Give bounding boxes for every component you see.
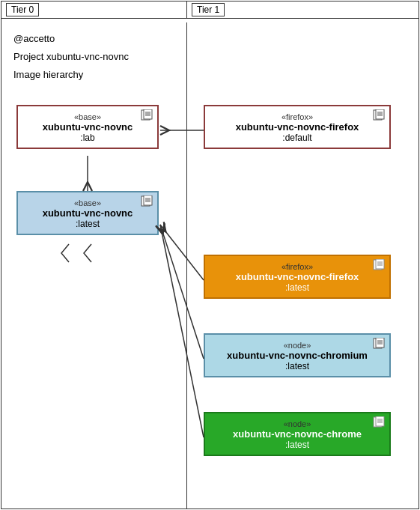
box-base-latest: «base» xubuntu-vnc-novnc :latest [16,191,159,235]
box5-tag: :latest [213,361,382,371]
box4-stereotype: «firefox» [213,262,382,271]
box-firefox-default: «firefox» xubuntu-vnc-novnc-firefox :def… [204,105,391,149]
box4-tag: :latest [213,282,382,293]
box-chromium-latest: «node» xubuntu-vnc-novnc-chromium :lates… [204,333,391,377]
tier-1-label: Tier 1 [192,3,225,16]
box2-tag: :latest [25,219,150,229]
arrow-indicator-right [84,244,91,262]
tier-headers: Tier 0 Tier 1 [1,1,419,19]
box1-stereotype: «base» [25,112,150,121]
box6-stereotype: «node» [213,419,382,428]
box-base-lab: «base» xubuntu-vnc-novnc :lab [16,105,159,149]
box-chrome-latest: «node» xubuntu-vnc-novnc-chrome :latest [204,412,391,456]
label-accetto: @accetto [13,33,55,44]
box5-icon [373,338,386,350]
box4-icon [373,259,386,271]
tier-1-header: Tier 1 [187,1,419,19]
box3-tag: :default [213,133,382,143]
box6-icon [373,416,386,428]
tier-divider [186,22,187,509]
box2-stereotype: «base» [25,198,150,207]
diagram-container: Tier 0 Tier 1 @accetto Project xubuntu-v… [1,1,419,509]
tier-0-label: Tier 0 [6,3,39,16]
box3-stereotype: «firefox» [213,112,382,121]
box-firefox-latest: «firefox» xubuntu-vnc-novnc-firefox :lat… [204,255,391,299]
box5-stereotype: «node» [213,341,382,350]
box3-icon [373,109,386,121]
box6-name: xubuntu-vnc-novnc-chrome [213,428,382,440]
arrow-indicator-left [61,244,69,262]
box1-icon [141,109,154,121]
box5-name: xubuntu-vnc-novnc-chromium [213,350,382,361]
box3-name: xubuntu-vnc-novnc-firefox [213,121,382,133]
box1-name: xubuntu-vnc-novnc [25,121,150,133]
label-hierarchy: Image hierarchy [13,69,83,80]
label-project: Project xubuntu-vnc-novnc [13,51,129,62]
box2-name: xubuntu-vnc-novnc [25,207,150,219]
box4-name: xubuntu-vnc-novnc-firefox [213,271,382,282]
box2-icon [141,195,154,207]
tier-0-header: Tier 0 [1,1,187,19]
box6-tag: :latest [213,440,382,450]
arrow-firefox-latest-to-base [160,225,204,280]
arrow-chrome-to-base [160,225,204,437]
arrow-chromium-to-base [160,225,204,359]
box1-tag: :lab [25,133,150,143]
